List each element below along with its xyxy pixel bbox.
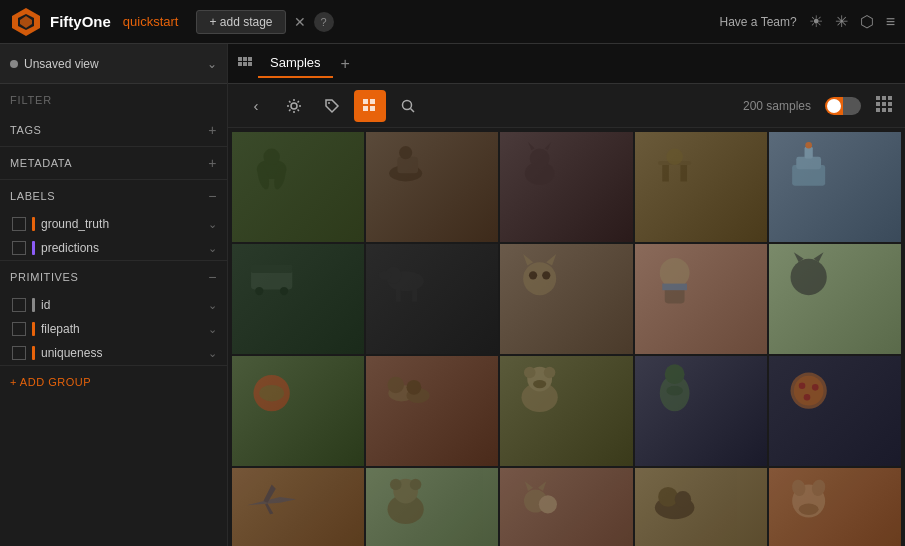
grid-cell[interactable] [232,356,364,466]
svg-point-87 [410,479,422,491]
grid-cell[interactable] [769,356,901,466]
svg-rect-19 [888,96,892,100]
svg-point-68 [388,377,405,394]
uniqueness-color-bar [32,346,35,360]
grid-cell[interactable] [366,468,498,546]
grid-cell[interactable] [635,244,767,354]
grid-cell[interactable] [635,132,767,242]
svg-point-54 [524,262,557,295]
svg-rect-13 [363,106,368,111]
toggle-container[interactable] [825,97,861,115]
search-button[interactable] [392,90,424,122]
svg-rect-23 [876,108,880,112]
svg-rect-5 [248,57,252,61]
grid-cell[interactable] [500,132,632,242]
svg-point-91 [539,495,557,513]
grid-cell[interactable] [366,356,498,466]
grid-dots-icon [238,57,252,71]
grid-view-icon[interactable] [875,95,893,117]
grid-cell[interactable] [635,468,767,546]
svg-point-15 [403,100,412,109]
primitives-item-filepath[interactable]: filepath ⌄ [0,317,227,341]
grid-select-button[interactable] [354,90,386,122]
view-dot [10,60,18,68]
labels-item-predictions[interactable]: predictions ⌄ [0,236,227,260]
labels-item-ground-truth[interactable]: ground_truth ⌄ [0,212,227,236]
add-group-button[interactable]: + ADD GROUP [0,366,227,398]
asterisk-icon[interactable]: ✳ [835,12,848,31]
predictions-chevron-icon[interactable]: ⌄ [208,242,217,255]
topbar-right: Have a Team? ☀ ✳ ⬡ ≡ [720,12,896,31]
help-icon[interactable]: ? [314,12,334,32]
svg-point-57 [529,271,537,279]
uniqueness-chevron-icon[interactable]: ⌄ [208,347,217,360]
tab-add-button[interactable]: + [335,55,356,73]
grid-cell[interactable] [635,356,767,466]
view-selector[interactable]: Unsaved view ⌄ [0,44,227,84]
id-chevron-icon[interactable]: ⌄ [208,299,217,312]
tag-button[interactable] [316,90,348,122]
app-subtitle: quickstart [123,14,179,29]
tags-group-header[interactable]: TAGS + [0,114,227,146]
filepath-checkbox[interactable] [12,322,26,336]
svg-point-74 [544,367,556,379]
svg-point-9 [291,103,297,109]
ground-truth-chevron-icon[interactable]: ⌄ [208,218,217,231]
app-logo [10,6,42,38]
labels-toggle-icon[interactable]: − [208,188,217,204]
metadata-group-header[interactable]: METADATA + [0,147,227,179]
settings-button[interactable] [278,90,310,122]
ground-truth-label: ground_truth [41,217,202,231]
sun-icon[interactable]: ☀ [809,12,823,31]
predictions-checkbox[interactable] [12,241,26,255]
grid-cell[interactable] [769,244,901,354]
svg-rect-17 [876,96,880,100]
github-icon[interactable]: ⬡ [860,12,874,31]
svg-point-59 [659,258,689,288]
svg-rect-52 [412,289,417,301]
ground-truth-color-bar [32,217,35,231]
svg-rect-38 [662,165,669,182]
uniqueness-checkbox[interactable] [12,346,26,360]
filter-section: FILTER [0,84,227,114]
svg-rect-21 [882,102,886,106]
metadata-add-icon[interactable]: + [208,155,217,171]
tab-samples[interactable]: Samples [258,49,333,78]
grid-cell[interactable] [232,468,364,546]
grid-cell[interactable] [232,244,364,354]
svg-rect-6 [238,62,242,66]
svg-point-53 [379,271,392,279]
labels-group-header[interactable]: LABELS − [0,180,227,212]
svg-point-34 [530,149,550,169]
add-stage-button[interactable]: + add stage [196,10,285,34]
ground-truth-checkbox[interactable] [12,217,26,231]
sidebar-group-metadata: METADATA + [0,147,227,180]
grid-cell[interactable] [500,356,632,466]
id-checkbox[interactable] [12,298,26,312]
svg-rect-43 [804,147,812,159]
toggle-thumb [827,99,841,113]
primitives-item-id[interactable]: id ⌄ [0,293,227,317]
view-toggle[interactable] [825,97,861,115]
primitives-group-header[interactable]: PRIMITIVES − [0,261,227,293]
grid-cell[interactable] [232,132,364,242]
primitives-toggle-icon[interactable]: − [208,269,217,285]
back-button[interactable]: ‹ [240,90,272,122]
menu-icon[interactable]: ≡ [886,13,895,31]
svg-marker-35 [528,142,535,150]
primitives-item-uniqueness[interactable]: uniqueness ⌄ [0,341,227,365]
svg-line-16 [411,108,415,112]
grid-cell[interactable] [366,244,498,354]
grid-cell[interactable] [769,132,901,242]
grid-cell[interactable] [366,132,498,242]
svg-point-93 [658,487,678,507]
close-icon[interactable]: ✕ [294,14,306,30]
grid-cell[interactable] [769,468,901,546]
grid-cell[interactable] [500,468,632,546]
metadata-group-title: METADATA [10,157,208,169]
main-body: Unsaved view ⌄ FILTER TAGS + METADATA + … [0,44,905,546]
svg-point-86 [390,479,402,491]
filepath-chevron-icon[interactable]: ⌄ [208,323,217,336]
tags-add-icon[interactable]: + [208,122,217,138]
grid-cell[interactable] [500,244,632,354]
